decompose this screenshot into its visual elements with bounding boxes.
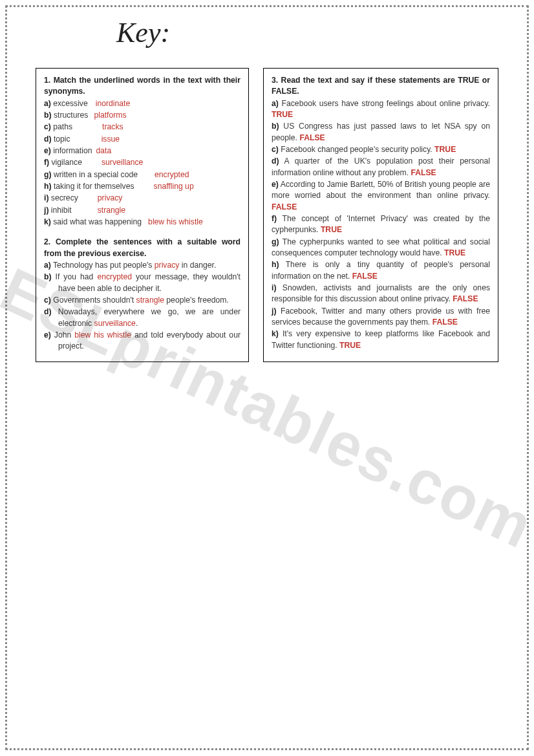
- q3-item: j) Facebook, Twitter and many others pro…: [272, 306, 490, 329]
- item-word: excessive: [53, 99, 88, 108]
- page-title: Key:: [116, 16, 170, 49]
- q3-list: a) Facebook users have strong feelings a…: [272, 98, 490, 351]
- q3-item: e) According to Jamie Barlett, 50% of Br…: [272, 179, 490, 213]
- item-letter: c): [44, 122, 51, 131]
- item-pre: Technology has put people's: [53, 261, 155, 270]
- q3-item: a) Facebook users have strong feelings a…: [272, 98, 490, 121]
- item-letter: h): [44, 182, 52, 191]
- item-word: taking it for themselves: [54, 182, 134, 191]
- item-letter: e): [272, 180, 279, 189]
- item-answer: encrypted: [155, 170, 189, 179]
- item-text: The concept of 'Internet Privacy' was cr…: [272, 214, 490, 234]
- item-answer: FALSE: [299, 133, 325, 142]
- item-word: written in a special code: [54, 170, 138, 179]
- q1-item: e) informationdata: [44, 146, 240, 157]
- q3-item: f) The concept of 'Internet Privacy' was…: [272, 213, 490, 236]
- q1-item: k) said what was happeningblew his whist…: [44, 217, 240, 228]
- item-answer: TRUE: [339, 341, 361, 350]
- item-answer: blew his whistle: [74, 330, 131, 340]
- q2-item: d) Nowadays, everywhere we go, we are un…: [44, 307, 240, 329]
- item-answer: TRUE: [321, 225, 342, 234]
- q1-item: g) written in a special codeencrypted: [44, 169, 240, 180]
- item-answer: FALSE: [433, 318, 458, 327]
- item-letter: a): [44, 261, 51, 270]
- q3-item: g) The cypherpunks wanted to see what po…: [272, 237, 490, 259]
- item-answer: blew his whistle: [148, 217, 203, 226]
- item-answer: inordinate: [96, 99, 131, 108]
- item-answer: surveillance: [101, 158, 143, 167]
- item-letter: c): [44, 296, 51, 305]
- item-answer: privacy: [98, 193, 123, 202]
- item-answer: snaffling up: [154, 182, 194, 191]
- q2-heading: 2. Complete the sentences with a suitabl…: [44, 237, 240, 259]
- q3-heading: 3. Read the text and say if these statem…: [272, 75, 490, 98]
- item-letter: j): [272, 307, 276, 316]
- item-post: .: [136, 319, 138, 328]
- q2-list: a) Technology has put people's privacy i…: [44, 260, 240, 352]
- item-answer: tracks: [102, 122, 123, 131]
- q2-item: b) If you had encrypted your message, th…: [44, 272, 240, 294]
- q1-item: h) taking it for themselvessnaffling up: [44, 181, 240, 192]
- content-columns: 1. Match the underlined words in the tex…: [36, 68, 498, 362]
- item-answer: TRUE: [444, 248, 465, 257]
- right-box: 3. Read the text and say if these statem…: [263, 68, 498, 362]
- item-post: in danger.: [179, 261, 216, 270]
- item-pre: If you had: [56, 272, 98, 281]
- item-letter: f): [44, 158, 49, 167]
- q3-item: b) US Congress has just passed laws to l…: [272, 121, 490, 144]
- item-letter: a): [272, 99, 279, 108]
- item-letter: g): [272, 237, 279, 246]
- item-word: topic: [54, 135, 70, 144]
- item-text: According to Jamie Barlett, 50% of Briti…: [272, 180, 490, 200]
- item-letter: e): [44, 330, 51, 340]
- q2-item: e) John blew his whistle and told everyb…: [44, 330, 240, 352]
- q3-item: c) Facebook changed people's security po…: [272, 144, 490, 155]
- item-answer: FALSE: [272, 202, 297, 211]
- item-text: It's very expensive to keep platforms li…: [272, 329, 490, 349]
- q1-item: d) topicissue: [44, 134, 240, 145]
- item-answer: data: [96, 146, 112, 155]
- item-word: inhibit: [51, 206, 72, 215]
- item-text: Facebook users have strong feelings abou…: [282, 99, 490, 108]
- item-answer: encrypted: [97, 272, 132, 281]
- item-letter: e): [44, 146, 51, 155]
- item-answer: FALSE: [411, 168, 436, 177]
- item-answer: platforms: [94, 111, 126, 120]
- q2-item: c) Governments shouldn't strangle people…: [44, 295, 240, 306]
- item-text: There is only a tiny quantity of people'…: [272, 260, 490, 280]
- item-letter: h): [272, 260, 279, 269]
- item-post: people's freedom.: [164, 296, 229, 305]
- item-word: vigilance: [52, 158, 82, 167]
- item-text: A quarter of the UK's population post th…: [272, 157, 490, 177]
- item-answer: TRUE: [434, 145, 456, 154]
- item-letter: d): [272, 157, 279, 166]
- item-word: secrecy: [51, 193, 78, 202]
- item-pre: Governments shouldn't: [53, 296, 136, 305]
- item-pre: Nowadays, everywhere we go, we are under…: [58, 307, 240, 327]
- item-letter: b): [272, 122, 279, 131]
- item-letter: f): [272, 214, 277, 223]
- item-letter: j): [44, 206, 48, 215]
- item-letter: k): [272, 329, 279, 338]
- item-answer: FALSE: [352, 272, 378, 281]
- item-answer: strangle: [136, 296, 164, 305]
- q3-item: i) Snowden, activists and journalists ar…: [272, 283, 490, 305]
- left-box: 1. Match the underlined words in the tex…: [36, 68, 249, 362]
- item-word: said what was happening: [53, 217, 142, 226]
- q3-item: h) There is only a tiny quantity of peop…: [272, 259, 490, 282]
- q1-item: i) secrecyprivacy: [44, 193, 240, 204]
- item-letter: i): [44, 193, 48, 202]
- item-letter: b): [44, 272, 52, 281]
- item-pre: John: [54, 330, 74, 340]
- q1-item: a) excessiveinordinate: [44, 98, 240, 109]
- item-word: paths: [53, 122, 72, 131]
- item-letter: k): [44, 217, 51, 226]
- item-letter: a): [44, 99, 51, 108]
- q1-heading: 1. Match the underlined words in the tex…: [44, 75, 240, 98]
- item-word: information: [53, 146, 92, 155]
- q3-item: d) A quarter of the UK's population post…: [272, 156, 490, 178]
- item-answer: surveillance: [94, 319, 136, 328]
- item-answer: privacy: [155, 261, 180, 270]
- item-answer: FALSE: [453, 294, 478, 303]
- q1-item: f) vigilancesurveillance: [44, 157, 240, 168]
